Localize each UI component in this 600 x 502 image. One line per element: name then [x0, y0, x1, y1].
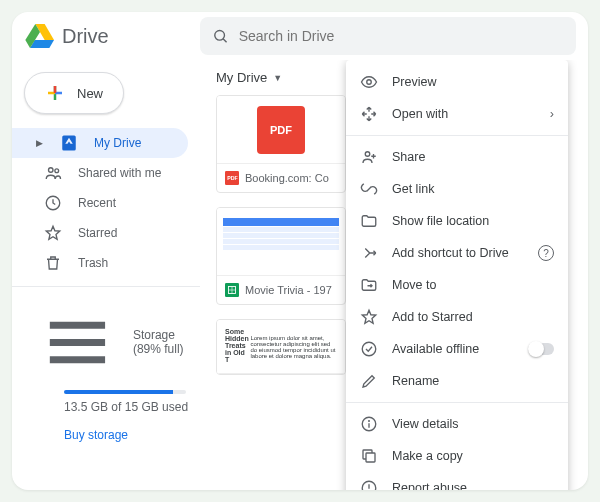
brand-label: Drive	[62, 25, 109, 48]
chevron-right-icon: ▶	[36, 138, 44, 148]
sidebar-item-label: Shared with me	[78, 166, 161, 180]
top-bar: Drive	[12, 12, 588, 60]
menu-label: Report abuse	[392, 481, 467, 490]
menu-label: Get link	[392, 182, 434, 196]
report-icon	[360, 479, 378, 490]
move-icon	[360, 276, 378, 294]
file-name: Movie Trivia - 197	[245, 284, 332, 296]
divider	[12, 286, 200, 287]
menu-item-rename[interactable]: Rename	[346, 365, 568, 397]
svg-point-2	[49, 168, 54, 173]
offline-toggle[interactable]	[528, 343, 554, 355]
pencil-icon	[360, 372, 378, 390]
menu-item-report-abuse[interactable]: Report abuse	[346, 472, 568, 490]
drive-icon	[60, 134, 78, 152]
link-icon	[360, 180, 378, 198]
doc-title: Some Hidden Treats in Old T	[225, 328, 250, 363]
star-icon	[44, 224, 62, 242]
menu-label: Open with	[392, 107, 448, 121]
sidebar: New ▶ My Drive Shared with me Recent Sta…	[12, 60, 200, 490]
search-icon	[212, 27, 229, 45]
sidebar-item-starred[interactable]: Starred	[12, 218, 188, 248]
sidebar-item-my-drive[interactable]: ▶ My Drive	[12, 128, 188, 158]
content: New ▶ My Drive Shared with me Recent Sta…	[12, 60, 588, 490]
sidebar-item-label: Recent	[78, 196, 116, 210]
menu-separator	[346, 135, 568, 136]
sidebar-item-recent[interactable]: Recent	[12, 188, 188, 218]
menu-label: Show file location	[392, 214, 489, 228]
menu-item-add-starred[interactable]: Add to Starred	[346, 301, 568, 333]
menu-item-preview[interactable]: Preview	[346, 66, 568, 98]
storage-bar	[64, 390, 186, 394]
menu-label: Preview	[392, 75, 436, 89]
file-card[interactable]: PDF PDF Booking.com: Co	[216, 95, 346, 193]
menu-item-make-copy[interactable]: Make a copy	[346, 440, 568, 472]
buy-storage-link[interactable]: Buy storage	[64, 428, 200, 442]
copy-icon	[360, 447, 378, 465]
menu-label: Rename	[392, 374, 439, 388]
location-label: My Drive	[216, 70, 267, 85]
menu-item-get-link[interactable]: Get link	[346, 173, 568, 205]
people-icon	[44, 164, 62, 182]
context-menu: Preview Open with › Share Get link	[346, 60, 568, 490]
menu-item-add-shortcut[interactable]: Add shortcut to Drive ?	[346, 237, 568, 269]
file-preview: Some Hidden Treats in Old T Lorem ipsum …	[217, 320, 345, 374]
sidebar-item-trash[interactable]: Trash	[12, 248, 188, 278]
info-icon	[360, 415, 378, 433]
menu-label: Move to	[392, 278, 436, 292]
file-card[interactable]: Movie Trivia - 197	[216, 207, 346, 305]
plus-icon	[43, 81, 67, 105]
sidebar-item-label: Starred	[78, 226, 117, 240]
drive-logo-icon	[24, 20, 56, 52]
person-plus-icon	[360, 148, 378, 166]
chevron-right-icon: ›	[550, 107, 554, 121]
eye-icon	[360, 73, 378, 91]
menu-label: Share	[392, 150, 425, 164]
search-bar[interactable]	[200, 17, 576, 55]
menu-item-move-to[interactable]: Move to	[346, 269, 568, 301]
pdf-file-icon: PDF	[225, 171, 239, 185]
file-name: Booking.com: Co	[245, 172, 329, 184]
shortcut-icon	[360, 244, 378, 262]
svg-point-16	[362, 342, 376, 356]
sheets-file-icon	[225, 283, 239, 297]
star-icon	[360, 308, 378, 326]
menu-label: Make a copy	[392, 449, 463, 463]
new-button[interactable]: New	[24, 72, 124, 114]
menu-label: Available offline	[392, 342, 479, 356]
svg-point-14	[367, 80, 372, 85]
menu-item-view-details[interactable]: View details	[346, 408, 568, 440]
chevron-down-icon: ▼	[273, 73, 282, 83]
trash-icon	[44, 254, 62, 272]
menu-item-share[interactable]: Share	[346, 141, 568, 173]
menu-label: Add to Starred	[392, 310, 473, 324]
svg-point-15	[365, 152, 370, 157]
brand[interactable]: Drive	[24, 20, 200, 52]
svg-rect-20	[366, 453, 375, 462]
menu-label: View details	[392, 417, 458, 431]
menu-item-available-offline[interactable]: Available offline	[346, 333, 568, 365]
sidebar-item-shared[interactable]: Shared with me	[12, 158, 188, 188]
file-footer: Movie Trivia - 197	[217, 276, 345, 304]
search-input[interactable]	[239, 28, 564, 44]
file-card[interactable]: Some Hidden Treats in Old T Lorem ipsum …	[216, 319, 346, 375]
sidebar-item-storage[interactable]: Storage (89% full)	[12, 295, 200, 388]
menu-separator	[346, 402, 568, 403]
storage-fill	[64, 390, 173, 394]
svg-point-0	[215, 30, 225, 40]
help-icon[interactable]: ?	[538, 245, 554, 261]
storage-text: 13.5 GB of 15 GB used	[64, 400, 200, 414]
pdf-badge-icon: PDF	[257, 106, 305, 154]
storage-icon	[36, 301, 119, 384]
sidebar-item-label: My Drive	[94, 136, 141, 150]
menu-item-open-with[interactable]: Open with ›	[346, 98, 568, 130]
open-with-icon	[360, 105, 378, 123]
storage-label: Storage (89% full)	[133, 328, 186, 356]
menu-label: Add shortcut to Drive	[392, 246, 509, 260]
offline-icon	[360, 340, 378, 358]
svg-point-3	[55, 169, 59, 173]
svg-line-1	[223, 39, 226, 42]
main-area: My Drive ▼ PDF PDF Booking.com: Co Movie…	[200, 60, 588, 490]
menu-item-show-location[interactable]: Show file location	[346, 205, 568, 237]
svg-text:PDF: PDF	[227, 175, 238, 181]
